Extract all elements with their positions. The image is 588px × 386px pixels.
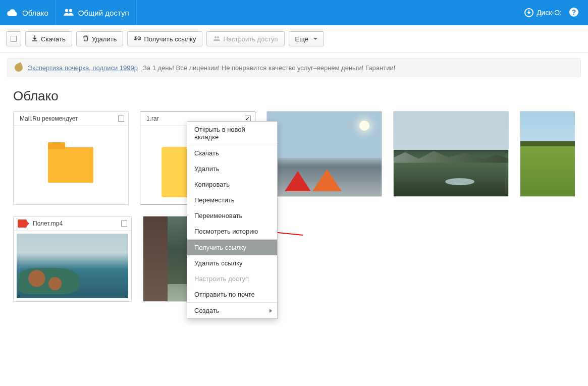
svg-text:?: ? xyxy=(572,8,576,16)
svg-point-1 xyxy=(69,9,72,12)
checkbox-icon xyxy=(11,36,17,42)
more-button[interactable]: Ещё xyxy=(289,31,325,46)
cloud-icon xyxy=(7,8,18,18)
disk-o-link[interactable]: Диск-О: xyxy=(524,8,562,17)
download-circle-icon xyxy=(524,8,533,17)
topbar: Облако Общий доступ Диск-О: ? xyxy=(0,0,588,25)
context-menu-item[interactable]: Переименовать xyxy=(187,208,277,224)
select-all-checkbox[interactable] xyxy=(6,31,21,46)
context-menu-item[interactable]: Копировать xyxy=(187,177,277,192)
video-thumb xyxy=(17,234,128,298)
video-badge-icon xyxy=(18,219,27,228)
context-menu-item[interactable]: Отправить по почте xyxy=(187,287,277,302)
more-label: Ещё xyxy=(295,35,309,43)
download-label: Скачать xyxy=(41,35,66,43)
item-thumb xyxy=(14,231,131,301)
file-grid: Mail.Ru рекомендует 1.rar xyxy=(0,111,588,326)
context-menu-item[interactable]: Создать xyxy=(187,302,277,318)
help-icon[interactable]: ? xyxy=(569,7,579,19)
tab-cloud[interactable]: Облако xyxy=(0,0,56,25)
delete-button[interactable]: Удалить xyxy=(76,31,124,46)
ad-text: За 1 день! Все лицензии! Не понравится к… xyxy=(143,64,395,72)
trash-icon xyxy=(83,35,89,43)
users-small-icon xyxy=(213,35,220,43)
disk-o-label: Диск-О: xyxy=(537,9,562,17)
topbar-left: Облако Общий доступ xyxy=(0,0,137,25)
item-video[interactable]: Полет.mp4 xyxy=(13,216,132,302)
chevron-right-icon xyxy=(270,309,272,313)
item-title: Mail.Ru рекомендует xyxy=(18,115,78,122)
context-menu-item[interactable]: Удалить ссылку xyxy=(187,255,277,271)
chevron-down-icon xyxy=(313,38,317,40)
topbar-right: Диск-О: ? xyxy=(524,7,588,19)
tab-shared[interactable]: Общий доступ xyxy=(56,0,137,25)
context-menu: Открыть в новой вкладкеСкачатьУдалитьКоп… xyxy=(187,121,278,319)
ad-link[interactable]: Экспертиза почерка, подписи 1999р xyxy=(28,64,138,72)
item-thumb xyxy=(14,126,128,204)
users-icon xyxy=(63,8,74,18)
configure-access-button[interactable]: Настроить доступ xyxy=(206,31,284,46)
delete-label: Удалить xyxy=(92,35,117,43)
svg-point-5 xyxy=(217,36,219,38)
context-menu-item[interactable]: Скачать xyxy=(187,145,277,161)
context-menu-item[interactable]: Открыть в новой вкладке xyxy=(187,122,277,145)
photo-thumb xyxy=(267,112,382,196)
context-menu-item[interactable]: Переместить xyxy=(187,192,277,208)
tab-shared-label: Общий доступ xyxy=(78,9,129,17)
photo-thumb xyxy=(394,112,508,196)
download-button[interactable]: Скачать xyxy=(25,31,72,46)
getlink-button[interactable]: Получить ссылку xyxy=(127,31,202,46)
configure-access-label: Настроить доступ xyxy=(223,35,278,43)
feather-icon xyxy=(13,62,24,73)
item-photo-mountains[interactable] xyxy=(393,111,509,197)
item-photo-tents[interactable] xyxy=(266,111,382,197)
context-menu-item[interactable]: Получить ссылку xyxy=(187,239,277,255)
download-icon xyxy=(32,35,38,43)
context-menu-item[interactable]: Посмотреть историю xyxy=(187,224,277,239)
item-checkbox[interactable] xyxy=(245,116,251,122)
context-menu-item: Настроить доступ xyxy=(187,271,277,287)
item-header: Полет.mp4 xyxy=(14,216,131,231)
ad-banner[interactable]: Экспертиза почерка, подписи 1999р За 1 д… xyxy=(7,58,581,77)
item-title: Полет.mp4 xyxy=(31,220,63,227)
svg-point-0 xyxy=(65,9,68,12)
toolbar: Скачать Удалить Получить ссылку Настроит… xyxy=(0,25,588,53)
page-title: Облако xyxy=(0,80,588,111)
item-header: Mail.Ru рекомендует xyxy=(14,112,128,126)
svg-point-4 xyxy=(215,36,217,38)
item-title: 1.rar xyxy=(144,115,159,122)
photo-thumb xyxy=(520,112,575,196)
item-photo-grass[interactable] xyxy=(520,111,575,197)
item-checkbox[interactable] xyxy=(121,220,127,227)
item-folder[interactable]: Mail.Ru рекомендует xyxy=(13,111,129,205)
item-checkbox[interactable] xyxy=(118,116,124,122)
getlink-label: Получить ссылку xyxy=(144,35,196,43)
grid-row: Mail.Ru рекомендует 1.rar xyxy=(13,111,575,205)
link-icon xyxy=(134,35,141,43)
tab-cloud-label: Облако xyxy=(22,9,48,17)
folder-icon xyxy=(48,147,93,183)
context-menu-item[interactable]: Удалить xyxy=(187,161,277,177)
